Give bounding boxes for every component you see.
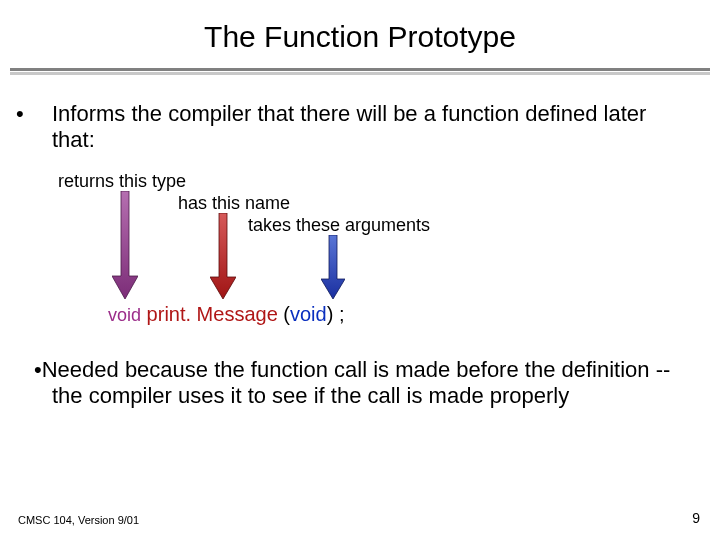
title-divider — [0, 68, 720, 75]
proto-return-type: void — [108, 305, 141, 325]
page-title: The Function Prototype — [0, 0, 720, 68]
page-number: 9 — [692, 510, 700, 526]
proto-function-name: print. Message — [147, 303, 278, 325]
arrow-down-icon — [112, 191, 138, 301]
bullet-1-text: Informs the compiler that there will be … — [52, 101, 646, 152]
arrow-down-icon — [321, 235, 345, 301]
annotation-block: returns this type has this name takes th… — [58, 171, 686, 331]
footer-course-info: CMSC 104, Version 9/01 — [18, 514, 139, 526]
bullet-2-text: Needed because the function call is made… — [42, 357, 671, 408]
bullet-item-2: •Needed because the function call is mad… — [34, 357, 686, 409]
bullet-item-1: •Informs the compiler that there will be… — [34, 101, 686, 153]
proto-arg-type: void — [290, 303, 327, 325]
arrow-down-icon — [210, 213, 236, 301]
bullet-dot-icon: • — [34, 101, 52, 127]
bullet-dot-icon: • — [34, 357, 42, 382]
label-has-name: has this name — [178, 193, 290, 214]
content-area: •Informs the compiler that there will be… — [0, 75, 720, 409]
label-returns-type: returns this type — [58, 171, 186, 192]
proto-paren-close: ) ; — [327, 303, 345, 325]
label-takes-args: takes these arguments — [248, 215, 430, 236]
proto-paren-open: ( — [283, 303, 290, 325]
prototype-code: void print. Message (void) ; — [108, 303, 344, 326]
